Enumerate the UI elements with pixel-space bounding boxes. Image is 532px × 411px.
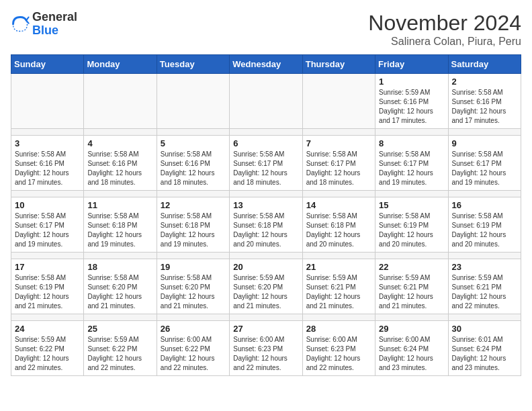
day-info: Sunrise: 5:59 AM Sunset: 6:21 PM Dayligh… (306, 273, 371, 311)
day-info: Sunrise: 5:58 AM Sunset: 6:16 PM Dayligh… (452, 88, 517, 126)
day-number: 8 (379, 138, 444, 148)
calendar-table: SundayMondayTuesdayWednesdayThursdayFrid… (11, 54, 521, 376)
day-number: 11 (87, 200, 152, 210)
day-info: Sunrise: 5:58 AM Sunset: 6:17 PM Dayligh… (452, 150, 517, 187)
day-number: 17 (15, 262, 80, 272)
day-number: 14 (306, 200, 371, 210)
logo-blue: Blue (32, 24, 58, 37)
week-separator (11, 129, 521, 136)
calendar-cell: 16Sunrise: 5:58 AM Sunset: 6:19 PM Dayli… (448, 197, 521, 253)
day-info: Sunrise: 5:58 AM Sunset: 6:18 PM Dayligh… (161, 212, 226, 249)
day-info: Sunrise: 5:59 AM Sunset: 6:16 PM Dayligh… (379, 88, 444, 126)
calendar-cell: 30Sunrise: 6:01 AM Sunset: 6:24 PM Dayli… (448, 321, 521, 376)
calendar-cell: 8Sunrise: 5:58 AM Sunset: 6:17 PM Daylig… (375, 136, 448, 191)
day-info: Sunrise: 5:59 AM Sunset: 6:22 PM Dayligh… (87, 335, 152, 373)
calendar-cell: 18Sunrise: 5:58 AM Sunset: 6:20 PM Dayli… (84, 259, 157, 314)
day-info: Sunrise: 5:58 AM Sunset: 6:18 PM Dayligh… (87, 212, 152, 249)
day-number: 28 (306, 324, 371, 334)
title-block: November 2024 Salinera Colan, Piura, Per… (368, 11, 521, 48)
day-info: Sunrise: 5:58 AM Sunset: 6:18 PM Dayligh… (306, 212, 371, 249)
weekday-header-sunday: Sunday (11, 55, 84, 74)
calendar-cell (11, 74, 84, 129)
day-number: 9 (452, 138, 517, 148)
day-number: 30 (452, 324, 517, 334)
page-header: General Blue November 2024 Salinera Cola… (11, 11, 521, 48)
day-info: Sunrise: 5:58 AM Sunset: 6:17 PM Dayligh… (15, 212, 80, 249)
day-number: 20 (233, 262, 298, 272)
calendar-cell: 19Sunrise: 5:58 AM Sunset: 6:20 PM Dayli… (157, 259, 229, 314)
calendar-cell: 17Sunrise: 5:58 AM Sunset: 6:19 PM Dayli… (11, 259, 84, 314)
day-info: Sunrise: 5:58 AM Sunset: 6:19 PM Dayligh… (452, 212, 517, 249)
week-row-4: 17Sunrise: 5:58 AM Sunset: 6:19 PM Dayli… (11, 259, 521, 314)
calendar-cell: 2Sunrise: 5:58 AM Sunset: 6:16 PM Daylig… (448, 74, 521, 129)
calendar-cell: 1Sunrise: 5:59 AM Sunset: 6:16 PM Daylig… (375, 74, 448, 129)
day-number: 21 (306, 262, 371, 272)
week-row-1: 1Sunrise: 5:59 AM Sunset: 6:16 PM Daylig… (11, 74, 521, 129)
logo-icon (11, 15, 30, 34)
calendar-title: November 2024 (368, 11, 521, 36)
day-info: Sunrise: 6:00 AM Sunset: 6:23 PM Dayligh… (233, 335, 298, 373)
day-number: 23 (452, 262, 517, 272)
calendar-cell: 23Sunrise: 5:59 AM Sunset: 6:21 PM Dayli… (448, 259, 521, 314)
day-number: 4 (87, 138, 152, 148)
weekday-header-saturday: Saturday (448, 55, 521, 74)
calendar-cell: 21Sunrise: 5:59 AM Sunset: 6:21 PM Dayli… (302, 259, 375, 314)
weekday-header-tuesday: Tuesday (157, 55, 229, 74)
weekday-header-monday: Monday (84, 55, 157, 74)
week-row-3: 10Sunrise: 5:58 AM Sunset: 6:17 PM Dayli… (11, 197, 521, 253)
day-number: 24 (15, 324, 80, 334)
day-number: 29 (379, 324, 444, 334)
calendar-cell: 5Sunrise: 5:58 AM Sunset: 6:16 PM Daylig… (157, 136, 229, 191)
calendar-cell: 4Sunrise: 5:58 AM Sunset: 6:16 PM Daylig… (84, 136, 157, 191)
day-info: Sunrise: 5:58 AM Sunset: 6:16 PM Dayligh… (161, 150, 226, 187)
day-number: 16 (452, 200, 517, 210)
calendar-cell: 15Sunrise: 5:58 AM Sunset: 6:19 PM Dayli… (375, 197, 448, 253)
day-info: Sunrise: 5:58 AM Sunset: 6:19 PM Dayligh… (15, 273, 80, 311)
day-number: 15 (379, 200, 444, 210)
week-separator (11, 253, 521, 259)
day-number: 6 (233, 138, 298, 148)
calendar-subtitle: Salinera Colan, Piura, Peru (368, 36, 521, 48)
day-number: 2 (452, 77, 517, 87)
day-info: Sunrise: 6:01 AM Sunset: 6:24 PM Dayligh… (452, 335, 517, 373)
calendar-cell (302, 74, 375, 129)
week-row-2: 3Sunrise: 5:58 AM Sunset: 6:16 PM Daylig… (11, 136, 521, 191)
calendar-cell: 13Sunrise: 5:58 AM Sunset: 6:18 PM Dayli… (230, 197, 302, 253)
day-number: 10 (15, 200, 80, 210)
day-info: Sunrise: 5:58 AM Sunset: 6:16 PM Dayligh… (15, 150, 80, 187)
calendar-cell (157, 74, 229, 129)
day-info: Sunrise: 5:58 AM Sunset: 6:18 PM Dayligh… (233, 212, 298, 249)
day-number: 7 (306, 138, 371, 148)
day-number: 3 (15, 138, 80, 148)
day-info: Sunrise: 5:59 AM Sunset: 6:20 PM Dayligh… (233, 273, 298, 311)
day-info: Sunrise: 5:59 AM Sunset: 6:21 PM Dayligh… (452, 273, 517, 311)
calendar-cell: 12Sunrise: 5:58 AM Sunset: 6:18 PM Dayli… (157, 197, 229, 253)
calendar-cell: 24Sunrise: 5:59 AM Sunset: 6:22 PM Dayli… (11, 321, 84, 376)
weekday-header-wednesday: Wednesday (230, 55, 302, 74)
day-info: Sunrise: 5:58 AM Sunset: 6:16 PM Dayligh… (87, 150, 152, 187)
calendar-cell (230, 74, 302, 129)
day-number: 27 (233, 324, 298, 334)
day-number: 5 (161, 138, 226, 148)
week-separator (11, 191, 521, 197)
week-separator (11, 314, 521, 321)
calendar-cell: 14Sunrise: 5:58 AM Sunset: 6:18 PM Dayli… (302, 197, 375, 253)
calendar-cell (84, 74, 157, 129)
calendar-cell: 27Sunrise: 6:00 AM Sunset: 6:23 PM Dayli… (230, 321, 302, 376)
day-number: 26 (161, 324, 226, 334)
day-number: 19 (161, 262, 226, 272)
weekday-header-friday: Friday (375, 55, 448, 74)
day-info: Sunrise: 6:00 AM Sunset: 6:23 PM Dayligh… (306, 335, 371, 373)
day-number: 12 (161, 200, 226, 210)
day-number: 25 (87, 324, 152, 334)
day-info: Sunrise: 5:58 AM Sunset: 6:17 PM Dayligh… (233, 150, 298, 187)
day-info: Sunrise: 5:59 AM Sunset: 6:21 PM Dayligh… (379, 273, 444, 311)
calendar-cell: 22Sunrise: 5:59 AM Sunset: 6:21 PM Dayli… (375, 259, 448, 314)
calendar-cell: 11Sunrise: 5:58 AM Sunset: 6:18 PM Dayli… (84, 197, 157, 253)
day-info: Sunrise: 6:00 AM Sunset: 6:22 PM Dayligh… (161, 335, 226, 373)
day-info: Sunrise: 5:58 AM Sunset: 6:19 PM Dayligh… (379, 212, 444, 249)
day-number: 18 (87, 262, 152, 272)
logo-general: General (32, 10, 77, 24)
logo: General Blue (11, 11, 77, 38)
day-info: Sunrise: 5:58 AM Sunset: 6:17 PM Dayligh… (306, 150, 371, 187)
